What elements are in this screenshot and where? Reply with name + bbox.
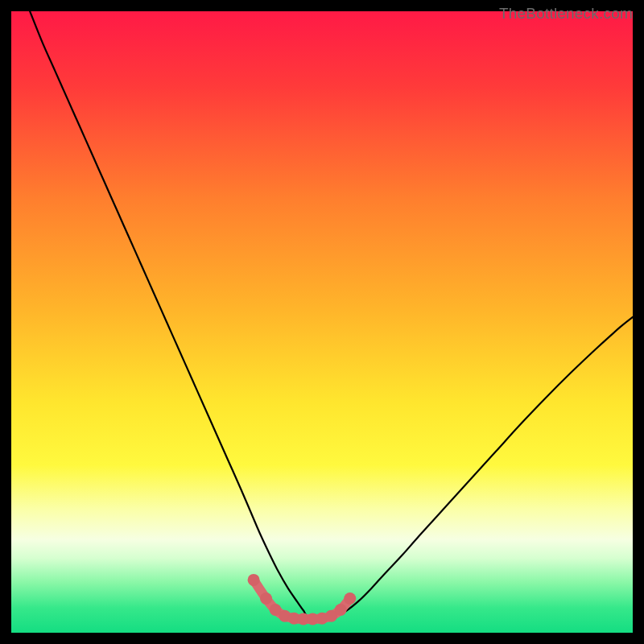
gradient-background: [11, 11, 633, 633]
highlight-dot: [335, 604, 347, 616]
bottleneck-chart: [11, 11, 633, 633]
highlight-dot: [260, 592, 272, 605]
highlight-dot: [344, 592, 356, 605]
watermark-text: TheBottleneck.com: [499, 5, 633, 23]
highlight-dot: [248, 574, 260, 586]
